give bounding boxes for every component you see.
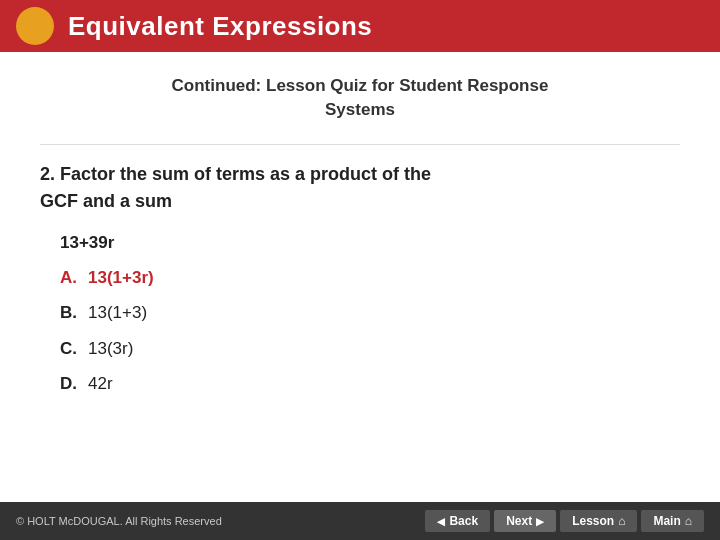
next-arrow-icon: ▶ xyxy=(536,516,544,527)
back-label: Back xyxy=(449,514,478,528)
answer-options: A. 13(1+3r) B. 13(1+3) C. 13(3r) D. 42r xyxy=(60,265,680,397)
back-button[interactable]: ◀ Back xyxy=(425,510,490,532)
copyright-text: © HOLT McDOUGAL. All Rights Reserved xyxy=(16,515,222,527)
main-content: Continued: Lesson Quiz for Student Respo… xyxy=(0,52,720,417)
option-a[interactable]: A. 13(1+3r) xyxy=(60,265,680,291)
footer: © HOLT McDOUGAL. All Rights Reserved ◀ B… xyxy=(0,502,720,540)
footer-buttons: ◀ Back Next ▶ Lesson ⌂ Main ⌂ xyxy=(425,510,704,532)
main-label: Main xyxy=(653,514,680,528)
main-button[interactable]: Main ⌂ xyxy=(641,510,704,532)
option-c-label: C. xyxy=(60,336,88,362)
option-d-label: D. xyxy=(60,371,88,397)
header: Equivalent Expressions xyxy=(0,0,720,52)
option-d[interactable]: D. 42r xyxy=(60,371,680,397)
header-icon xyxy=(16,7,54,45)
lesson-label: Lesson xyxy=(572,514,614,528)
option-b-label: B. xyxy=(60,300,88,326)
page-title: Equivalent Expressions xyxy=(68,11,372,42)
option-d-text: 42r xyxy=(88,371,113,397)
next-button[interactable]: Next ▶ xyxy=(494,510,556,532)
divider xyxy=(40,144,680,145)
option-c-text: 13(3r) xyxy=(88,336,133,362)
option-b[interactable]: B. 13(1+3) xyxy=(60,300,680,326)
question-text: 2. Factor the sum of terms as a product … xyxy=(40,161,680,215)
main-home-icon: ⌂ xyxy=(685,514,692,528)
option-c[interactable]: C. 13(3r) xyxy=(60,336,680,362)
option-a-text: 13(1+3r) xyxy=(88,265,154,291)
option-b-text: 13(1+3) xyxy=(88,300,147,326)
expression: 13+39r xyxy=(60,233,680,253)
back-arrow-icon: ◀ xyxy=(437,516,445,527)
lesson-home-icon: ⌂ xyxy=(618,514,625,528)
lesson-button[interactable]: Lesson ⌂ xyxy=(560,510,637,532)
option-a-label: A. xyxy=(60,265,88,291)
subtitle: Continued: Lesson Quiz for Student Respo… xyxy=(40,74,680,122)
next-label: Next xyxy=(506,514,532,528)
